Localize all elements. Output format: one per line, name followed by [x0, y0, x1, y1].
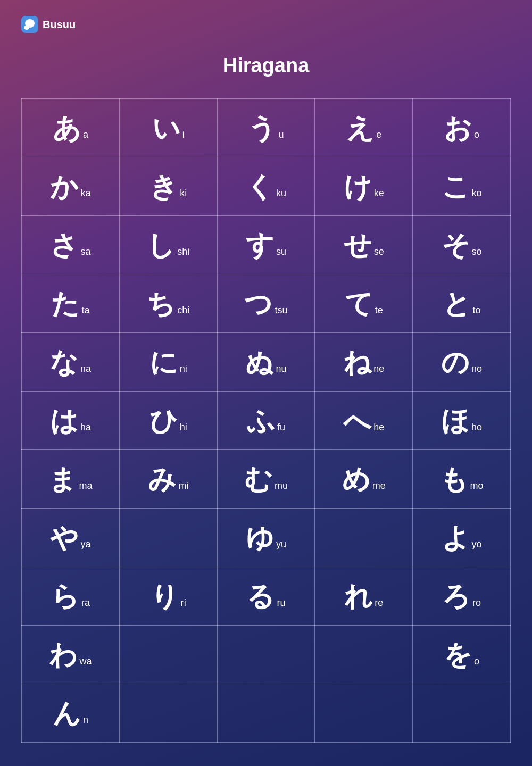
cell-content: めme [320, 465, 407, 493]
cell-content: にni [125, 348, 212, 376]
kana-character: う [248, 114, 276, 142]
cell-content: やya [27, 524, 114, 552]
romaji-text: ni [180, 364, 187, 373]
hiragana-cell: なna [22, 333, 120, 392]
cell-content: もmo [418, 465, 505, 493]
busuu-logo-icon [21, 16, 38, 33]
cell-content: へhe [320, 407, 407, 435]
romaji-text: ra [81, 598, 90, 607]
romaji-text: ku [276, 188, 286, 198]
hiragana-cell: りri [119, 567, 217, 626]
hiragana-cell: とto [413, 274, 511, 333]
kana-character: ら [51, 582, 79, 610]
hiragana-cell [119, 626, 217, 684]
kana-character: は [50, 407, 78, 435]
kana-character: も [440, 465, 468, 493]
romaji-text: ro [472, 598, 481, 607]
kana-character: の [441, 348, 469, 376]
romaji-text: chi [177, 305, 189, 315]
cell-content: ちchi [125, 290, 212, 318]
hiragana-cell [119, 509, 217, 567]
hiragana-cell [413, 684, 511, 743]
hiragana-cell [315, 509, 413, 567]
hiragana-cell: ほho [413, 392, 511, 450]
romaji-text: yo [472, 539, 482, 549]
hiragana-cell: んn [22, 684, 120, 743]
hiragana-cell: かka [22, 157, 120, 216]
romaji-text: ka [80, 188, 90, 198]
cell-content: そso [418, 231, 505, 259]
romaji-text: te [375, 305, 383, 315]
hiragana-cell [217, 626, 315, 684]
hiragana-cell: みmi [119, 450, 217, 509]
kana-character: く [246, 173, 274, 201]
kana-character: み [148, 465, 176, 493]
cell-content: ゆyu [223, 524, 310, 552]
romaji-text: ho [471, 422, 482, 432]
hiragana-cell: つtsu [217, 274, 315, 333]
romaji-text: re [375, 598, 383, 607]
hiragana-cell: しshi [119, 216, 217, 274]
cell-content: かka [27, 173, 114, 201]
hiragana-cell [217, 684, 315, 743]
hiragana-cell: をo [413, 626, 511, 684]
kana-character: ま [48, 465, 77, 493]
hiragana-cell: へhe [315, 392, 413, 450]
table-row: らraりriるruれreろro [22, 567, 511, 626]
hiragana-cell: にni [119, 333, 217, 392]
romaji-text: me [372, 481, 386, 490]
hiragana-cell: うu [217, 99, 315, 157]
romaji-text: nu [276, 364, 286, 373]
table-row: わwaをo [22, 626, 511, 684]
cell-content: きki [125, 173, 212, 201]
hiragana-cell: すsu [217, 216, 315, 274]
kana-character: ろ [442, 582, 470, 610]
cell-content: とto [418, 290, 505, 318]
cell-content: のno [418, 348, 505, 376]
hiragana-cell: おo [413, 99, 511, 157]
kana-character: し [147, 231, 175, 259]
kana-character: す [246, 231, 274, 259]
cell-content: しshi [125, 231, 212, 259]
romaji-text: ki [180, 188, 187, 198]
kana-character: ち [147, 290, 175, 318]
cell-content: よyo [418, 524, 505, 552]
romaji-text: wa [79, 656, 92, 666]
hiragana-cell: けke [315, 157, 413, 216]
cell-content: いi [125, 114, 212, 142]
kana-character: さ [50, 231, 78, 259]
romaji-text: su [276, 247, 286, 256]
cell-content: わwa [27, 641, 114, 669]
kana-character: よ [442, 524, 470, 552]
hiragana-cell: ろro [413, 567, 511, 626]
romaji-text: ne [373, 364, 384, 373]
table-row: あaいiうuえeおo [22, 99, 511, 157]
hiragana-cell: あa [22, 99, 120, 157]
hiragana-cell: くku [217, 157, 315, 216]
kana-character: ひ [149, 407, 178, 435]
romaji-text: mi [178, 481, 188, 490]
romaji-text: n [83, 715, 88, 725]
hiragana-cell [315, 626, 413, 684]
cell-content: せse [320, 231, 407, 259]
kana-character: い [152, 114, 180, 142]
romaji-text: u [278, 130, 284, 139]
romaji-text: na [80, 364, 91, 373]
hiragana-cell: わwa [22, 626, 120, 684]
romaji-text: mu [275, 481, 288, 490]
cell-content: らra [27, 582, 114, 610]
table-row: さsaしshiすsuせseそso [22, 216, 511, 274]
kana-character: た [51, 290, 79, 318]
cell-content: すsu [223, 231, 310, 259]
romaji-text: e [376, 130, 381, 139]
table-row: やyaゆyuよyo [22, 509, 511, 567]
cell-content: あa [27, 114, 114, 142]
cell-content: ろro [418, 582, 505, 610]
kana-character: や [50, 524, 78, 552]
kana-character: わ [49, 641, 77, 669]
cell-content: さsa [27, 231, 114, 259]
kana-character: む [244, 465, 272, 493]
header: Busuu [21, 16, 511, 33]
hiragana-cell: もmo [413, 450, 511, 509]
hiragana-cell: むmu [217, 450, 315, 509]
